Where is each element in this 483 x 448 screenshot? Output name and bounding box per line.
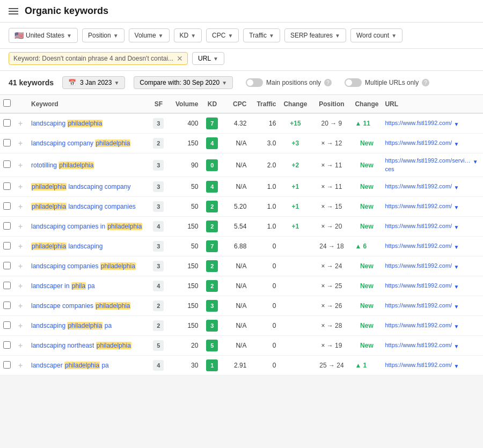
add-keyword-button[interactable]: + [15, 237, 28, 256]
add-keyword-button[interactable]: + [15, 336, 28, 356]
keyword-cell[interactable]: landscape companies philadelphia [28, 296, 148, 316]
url-cell[interactable]: https://www.fstl1992.com/services ▼ces [382, 153, 483, 177]
cpc-header[interactable]: CPC [223, 95, 250, 113]
url-link[interactable]: https://www.fstl1992.com/ [385, 120, 452, 126]
url-link[interactable]: https://www.fstl1992.com/ [385, 282, 452, 289]
url-link[interactable]: https://www.fstl1992.com/ [385, 183, 452, 189]
url-filter[interactable]: URL ▼ [192, 52, 224, 65]
add-keyword-button[interactable]: + [15, 197, 28, 217]
url-cell[interactable]: https://www.fstl1992.com/ ▼ [382, 197, 483, 217]
keyword-cell[interactable]: philadelphia landscaping [28, 237, 148, 256]
add-keyword-button[interactable]: + [15, 316, 28, 336]
keyword-link[interactable]: landscaping philadelphia [31, 120, 103, 127]
keyword-link[interactable]: landscaping northeast philadelphia [31, 342, 131, 349]
keyword-cell[interactable]: landscaper philadelphia pa [28, 356, 148, 376]
row-checkbox[interactable] [0, 276, 15, 296]
url-dropdown-icon[interactable]: ▼ [453, 264, 459, 270]
add-keyword-button[interactable]: + [15, 134, 28, 153]
url-link[interactable]: https://www.fstl1992.com/ [385, 139, 452, 146]
url-link[interactable]: https://www.fstl1992.com/ [385, 322, 452, 328]
country-filter[interactable]: 🇺🇸 United States ▼ [9, 28, 78, 43]
url-dropdown-icon[interactable]: ▼ [453, 224, 459, 230]
volume-filter[interactable]: Volume ▼ [129, 28, 170, 42]
add-keyword-button[interactable]: + [15, 276, 28, 296]
url-link[interactable]: https://www.fstl1992.com/ [385, 302, 452, 309]
position-filter[interactable]: Position ▼ [82, 28, 125, 42]
keyword-link[interactable]: landscape companies philadelphia [31, 302, 130, 310]
url-dropdown-icon[interactable]: ▼ [453, 284, 459, 290]
keyword-cell[interactable]: landscaper in phila pa [28, 276, 148, 296]
url-dropdown-icon[interactable]: ▼ [453, 185, 459, 190]
add-keyword-button[interactable]: + [15, 153, 28, 177]
url-link[interactable]: https://www.fstl1992.com/ [385, 243, 452, 249]
keyword-link[interactable]: philadelphia landscaping companies [31, 203, 136, 210]
cpc-filter[interactable]: CPC ▼ [206, 28, 239, 42]
row-checkbox[interactable] [0, 237, 15, 256]
position-change-header[interactable]: Change [352, 95, 382, 113]
keyword-header[interactable]: Keyword [28, 95, 148, 113]
url-cell[interactable]: https://www.fstl1992.com/ ▼ [382, 177, 483, 197]
url-cell[interactable]: https://www.fstl1992.com/ ▼ [382, 134, 483, 153]
url-header[interactable]: URL [382, 95, 483, 113]
multiple-urls-help-icon[interactable]: ? [422, 79, 429, 86]
keyword-cell[interactable]: philadelphia landscaping companies [28, 197, 148, 217]
keyword-cell[interactable]: landscaping company philadelphia [28, 134, 148, 153]
row-checkbox[interactable] [0, 177, 15, 197]
keyword-link[interactable]: landscaping companies in philadelphia [31, 223, 142, 230]
keyword-link[interactable]: landscaper in phila pa [31, 282, 95, 290]
keyword-cell[interactable]: rototilling philadelphia [28, 153, 148, 177]
row-checkbox[interactable] [0, 197, 15, 217]
keyword-cell[interactable]: philadelphia landscaping company [28, 177, 148, 197]
add-keyword-button[interactable]: + [15, 296, 28, 316]
url-cell[interactable]: https://www.fstl1992.com/ ▼ [382, 113, 483, 134]
keyword-link[interactable]: landscaping company philadelphia [31, 139, 130, 147]
url-dropdown-icon[interactable]: ▼ [453, 363, 459, 369]
hamburger-icon[interactable] [9, 8, 18, 14]
url-link[interactable]: https://www.fstl1992.com/ [385, 342, 452, 348]
url-dropdown-icon[interactable]: ▼ [453, 121, 459, 127]
kd-filter[interactable]: KD ▼ [174, 28, 202, 42]
keyword-cell[interactable]: landscaping philadelphia [28, 113, 148, 134]
date-picker[interactable]: 📅 3 Jan 2023 ▼ [62, 76, 125, 89]
url-link[interactable]: https://www.fstl1992.com/ [385, 223, 452, 229]
url-cell[interactable]: https://www.fstl1992.com/ ▼ [382, 296, 483, 316]
multiple-urls-toggle[interactable] [345, 78, 362, 87]
url-dropdown-icon[interactable]: ▼ [453, 304, 459, 310]
keyword-cell[interactable]: landscaping philadelphia pa [28, 316, 148, 336]
add-keyword-button[interactable]: + [15, 113, 28, 134]
url-cell[interactable]: https://www.fstl1992.com/ ▼ [382, 356, 483, 376]
url-cell[interactable]: https://www.fstl1992.com/ ▼ [382, 316, 483, 336]
row-checkbox[interactable] [0, 256, 15, 276]
keyword-cell[interactable]: landscaping companies in philadelphia [28, 217, 148, 237]
url-dropdown-icon[interactable]: ▼ [453, 244, 459, 250]
add-keyword-button[interactable]: + [15, 256, 28, 276]
compare-button[interactable]: Compare with: 30 Sep 2020 ▼ [134, 76, 233, 89]
url-cell[interactable]: https://www.fstl1992.com/ ▼ [382, 336, 483, 356]
keyword-link[interactable]: philadelphia landscaping [31, 243, 103, 250]
row-checkbox[interactable] [0, 336, 15, 356]
traffic-header[interactable]: Traffic [250, 95, 279, 113]
add-keyword-button[interactable]: + [15, 356, 28, 376]
row-checkbox[interactable] [0, 134, 15, 153]
url-link[interactable]: https://www.fstl1992.com/ [385, 203, 452, 209]
url-cell[interactable]: https://www.fstl1992.com/ ▼ [382, 217, 483, 237]
row-checkbox[interactable] [0, 296, 15, 316]
sf-header[interactable]: SF [148, 95, 169, 113]
add-keyword-button[interactable]: + [15, 177, 28, 197]
main-positions-toggle[interactable] [246, 78, 263, 87]
row-checkbox[interactable] [0, 356, 15, 376]
keyword-link[interactable]: philadelphia landscaping company [31, 183, 130, 190]
row-checkbox[interactable] [0, 217, 15, 237]
url-link[interactable]: https://www.fstl1992.com/ [385, 262, 452, 269]
kd-header[interactable]: KD [201, 95, 223, 113]
url-dropdown-icon[interactable]: ▼ [473, 159, 478, 165]
select-all-header[interactable] [0, 95, 15, 113]
url-dropdown-icon[interactable]: ▼ [453, 324, 459, 329]
row-checkbox[interactable] [0, 153, 15, 177]
row-checkbox[interactable] [0, 113, 15, 134]
volume-header[interactable]: Volume [169, 95, 201, 113]
remove-filter-button[interactable]: ✕ [177, 55, 183, 62]
keyword-cell[interactable]: landscaping northeast philadelphia [28, 336, 148, 356]
url-dropdown-icon[interactable]: ▼ [453, 343, 459, 349]
row-checkbox[interactable] [0, 316, 15, 336]
